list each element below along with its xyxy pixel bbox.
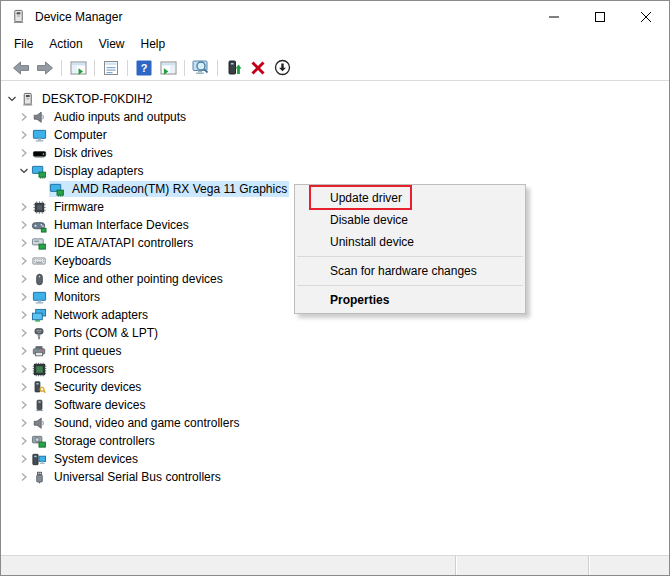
expand-chevron-icon[interactable] bbox=[17, 308, 31, 322]
tree-item-label: Mice and other pointing devices bbox=[52, 271, 225, 287]
storage-controller-icon bbox=[31, 434, 47, 449]
computer-tower-icon bbox=[19, 92, 35, 107]
tree-item-universal-serial-bus-controllers[interactable]: Universal Serial Bus controllers bbox=[1, 468, 669, 486]
tree-item-label: Sound, video and game controllers bbox=[52, 415, 241, 431]
tree-item-label: Display adapters bbox=[52, 163, 145, 179]
context-menu-separator bbox=[297, 256, 523, 257]
expand-chevron-icon[interactable] bbox=[17, 128, 31, 142]
context-menu-item-scan-for-hardware-changes[interactable]: Scan for hardware changes bbox=[295, 260, 525, 282]
window-controls bbox=[531, 1, 669, 32]
tree-item-label: Network adapters bbox=[52, 307, 150, 323]
tree-item-print-queues[interactable]: Print queues bbox=[1, 342, 669, 360]
status-bar-section bbox=[588, 556, 669, 575]
firmware-chip-icon bbox=[31, 200, 47, 215]
context-menu-item-uninstall-device[interactable]: Uninstall device bbox=[295, 231, 525, 253]
expand-chevron-icon[interactable] bbox=[17, 398, 31, 412]
device-tree: DESKTOP-F0KDIH2Audio inputs and outputsC… bbox=[1, 81, 669, 554]
tree-item-ports-com-lpt[interactable]: Ports (COM & LPT) bbox=[1, 324, 669, 342]
collapse-chevron-icon[interactable] bbox=[17, 164, 31, 178]
tree-item-audio-inputs-and-outputs[interactable]: Audio inputs and outputs bbox=[1, 108, 669, 126]
system-device-icon bbox=[31, 452, 47, 467]
tree-item-desktop-f0kdih2[interactable]: DESKTOP-F0KDIH2 bbox=[1, 90, 669, 108]
context-menu-item-properties[interactable]: Properties bbox=[295, 289, 525, 311]
tree-item-label: Monitors bbox=[52, 289, 102, 305]
expand-chevron-icon[interactable] bbox=[17, 344, 31, 358]
expand-chevron-icon[interactable] bbox=[17, 110, 31, 124]
minimize-button[interactable] bbox=[531, 1, 577, 32]
display-adapter-icon bbox=[31, 164, 47, 179]
menu-action[interactable]: Action bbox=[41, 34, 90, 54]
title-bar: Device Manager bbox=[1, 1, 669, 32]
expand-chevron-icon[interactable] bbox=[17, 290, 31, 304]
tree-item-label: System devices bbox=[52, 451, 140, 467]
tree-item-label: Security devices bbox=[52, 379, 143, 395]
tree-item-sound-video-and-game-controllers[interactable]: Sound, video and game controllers bbox=[1, 414, 669, 432]
properties-window-icon bbox=[103, 60, 119, 76]
keyboard-icon bbox=[31, 254, 47, 269]
show-action-pane-button[interactable] bbox=[156, 57, 180, 79]
tree-item-processors[interactable]: Processors bbox=[1, 360, 669, 378]
tree-item-label: Ports (COM & LPT) bbox=[52, 325, 160, 341]
expand-chevron-icon[interactable] bbox=[17, 380, 31, 394]
menu-view[interactable]: View bbox=[91, 34, 133, 54]
scan-for-hardware-changes-button[interactable] bbox=[189, 57, 213, 79]
window-title: Device Manager bbox=[35, 10, 122, 24]
back-icon bbox=[12, 60, 30, 76]
context-menu-item-update-driver[interactable]: Update driver bbox=[295, 187, 525, 209]
expand-chevron-icon[interactable] bbox=[17, 218, 31, 232]
expand-chevron-icon[interactable] bbox=[17, 434, 31, 448]
tree-item-label: Audio inputs and outputs bbox=[52, 109, 188, 125]
forward-button[interactable] bbox=[33, 57, 57, 79]
context-menu: Update driverDisable deviceUninstall dev… bbox=[294, 184, 526, 314]
expand-chevron-icon[interactable] bbox=[17, 200, 31, 214]
disable-icon bbox=[274, 59, 291, 76]
expand-chevron-icon[interactable] bbox=[17, 272, 31, 286]
show-console-tree-button[interactable] bbox=[66, 57, 90, 79]
expand-chevron-icon[interactable] bbox=[17, 236, 31, 250]
tree-item-label: Universal Serial Bus controllers bbox=[52, 469, 223, 485]
tree-item-storage-controllers[interactable]: Storage controllers bbox=[1, 432, 669, 450]
tree-item-label: IDE ATA/ATAPI controllers bbox=[52, 235, 195, 251]
action-pane-icon bbox=[160, 60, 177, 76]
security-key-icon bbox=[31, 380, 47, 395]
monitor-icon bbox=[31, 128, 47, 143]
close-button[interactable] bbox=[623, 1, 669, 32]
expand-chevron-icon[interactable] bbox=[17, 416, 31, 430]
tree-item-computer[interactable]: Computer bbox=[1, 126, 669, 144]
toolbar: ? bbox=[1, 55, 669, 81]
expand-chevron-icon[interactable] bbox=[17, 362, 31, 376]
svg-text:?: ? bbox=[141, 62, 148, 74]
help-icon: ? bbox=[136, 60, 152, 76]
expand-chevron-icon[interactable] bbox=[17, 452, 31, 466]
collapse-chevron-icon[interactable] bbox=[5, 92, 19, 106]
maximize-button[interactable] bbox=[577, 1, 623, 32]
expand-chevron-icon[interactable] bbox=[17, 326, 31, 340]
update-driver-toolbar-button[interactable] bbox=[222, 57, 246, 79]
status-bar-section bbox=[1, 556, 455, 575]
menu-file[interactable]: File bbox=[6, 34, 41, 54]
tree-item-security-devices[interactable]: Security devices bbox=[1, 378, 669, 396]
help-button[interactable]: ? bbox=[132, 57, 156, 79]
expand-chevron-icon[interactable] bbox=[17, 254, 31, 268]
expand-chevron-icon[interactable] bbox=[17, 146, 31, 160]
status-bar-section bbox=[455, 556, 588, 575]
toolbar-separator bbox=[61, 60, 62, 76]
properties-toolbar-button[interactable] bbox=[99, 57, 123, 79]
console-tree-icon bbox=[70, 60, 87, 76]
forward-icon bbox=[36, 60, 54, 76]
uninstall-device-toolbar-button[interactable] bbox=[246, 57, 270, 79]
expand-chevron-icon[interactable] bbox=[17, 470, 31, 484]
tree-item-system-devices[interactable]: System devices bbox=[1, 450, 669, 468]
tree-item-disk-drives[interactable]: Disk drives bbox=[1, 144, 669, 162]
back-button[interactable] bbox=[9, 57, 33, 79]
tree-item-display-adapters[interactable]: Display adapters bbox=[1, 162, 669, 180]
printer-icon bbox=[31, 344, 47, 359]
context-menu-item-disable-device[interactable]: Disable device bbox=[295, 209, 525, 231]
menu-bar: FileActionViewHelp bbox=[1, 32, 669, 55]
update-driver-icon bbox=[226, 59, 243, 76]
menu-help[interactable]: Help bbox=[133, 34, 174, 54]
tree-item-software-devices[interactable]: Software devices bbox=[1, 396, 669, 414]
ide-controller-icon bbox=[31, 236, 47, 251]
disk-drive-icon bbox=[31, 146, 47, 161]
disable-device-toolbar-button[interactable] bbox=[270, 57, 294, 79]
